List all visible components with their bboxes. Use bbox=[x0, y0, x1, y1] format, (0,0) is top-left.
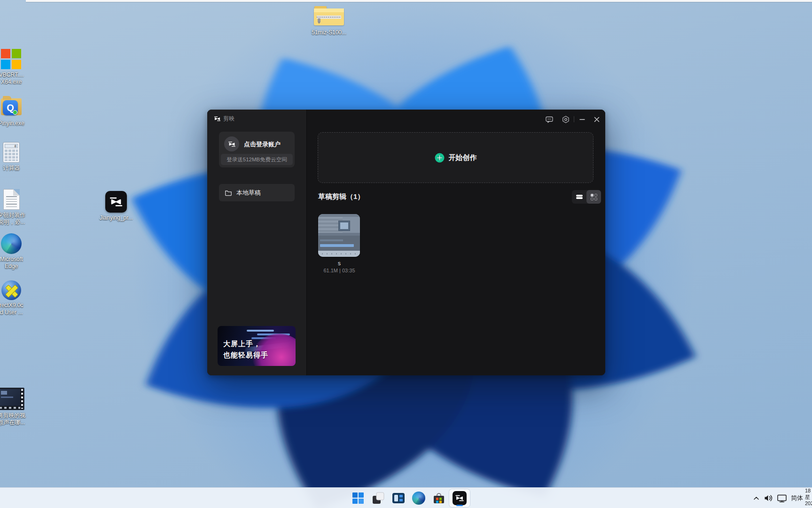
start-button[interactable] bbox=[351, 491, 366, 506]
local-drafts-label: 本地草稿 bbox=[236, 189, 261, 197]
draft-card[interactable]: s 61.1M | 03:35 bbox=[318, 214, 360, 273]
windows-start-icon bbox=[352, 492, 364, 504]
icon-label-line: 两剪映的视 bbox=[0, 412, 25, 419]
capcut-window: 剪映 点击登录账户 登录送512MB免费云空间 bbox=[207, 110, 605, 375]
desktop-icon-jianying[interactable]: Jianying_pr... bbox=[94, 191, 139, 222]
video-file-icon bbox=[0, 388, 24, 410]
icon-label-line: 夕朝封装作 bbox=[0, 212, 25, 219]
list-view-button[interactable] bbox=[572, 190, 586, 204]
login-promo-chip: 登录送512MB免费云空间 bbox=[221, 154, 293, 165]
microsoft-store-icon bbox=[432, 492, 445, 505]
grid-view-icon bbox=[591, 194, 597, 200]
app-title: 剪映 bbox=[223, 115, 234, 123]
view-toggle-group bbox=[572, 190, 601, 204]
capcut-avatar-icon bbox=[228, 140, 236, 148]
widgets-board-icon bbox=[392, 492, 405, 504]
avatar bbox=[224, 136, 239, 151]
ms-logo-icon bbox=[1, 49, 22, 70]
draft-thumbnail bbox=[318, 214, 360, 257]
capcut-icon bbox=[453, 491, 467, 505]
edge-icon bbox=[1, 233, 22, 254]
desktop-icon-zip-folder[interactable]: 51miz-S100... bbox=[306, 3, 351, 36]
tray-ime-language[interactable]: 简体 bbox=[789, 491, 804, 506]
plus-circle-icon bbox=[435, 153, 445, 163]
chevron-up-icon bbox=[753, 495, 760, 501]
desktop-icon-readme[interactable]: 夕朝封装作 说明，必... bbox=[0, 189, 34, 226]
desktop-icon-msvbcrt[interactable]: VBCRT.... X64.exe bbox=[0, 49, 34, 86]
capcut-logo-icon bbox=[214, 115, 221, 122]
login-card[interactable]: 点击登录账户 登录送512MB免费云空间 bbox=[219, 132, 295, 167]
list-view-icon bbox=[576, 194, 583, 200]
desktop-root: { "app": { "title": "剪映" }, "colors": { … bbox=[0, 0, 812, 508]
edge-taskbar-button[interactable] bbox=[411, 491, 426, 506]
promo-banner[interactable]: 大屏上手， 也能轻易得手 bbox=[218, 326, 296, 366]
icon-label: 51miz-S100... bbox=[312, 29, 346, 36]
tray-volume-button[interactable] bbox=[762, 491, 774, 506]
draft-meta: 61.1M | 03:35 bbox=[318, 268, 360, 273]
grid-view-button[interactable] bbox=[586, 190, 601, 204]
icon-label-line: 原声在哪... bbox=[0, 419, 25, 426]
folder-icon bbox=[225, 189, 232, 197]
icon-label-line: VBCRT.... bbox=[0, 71, 23, 79]
tray-clock[interactable]: 18 星 202 bbox=[805, 488, 812, 507]
ethernet-network-icon bbox=[776, 494, 788, 503]
icon-label-line: X64.exe bbox=[0, 79, 23, 86]
speaker-icon bbox=[764, 494, 773, 502]
draft-name: s bbox=[318, 260, 360, 267]
background-window-top-edge bbox=[26, 0, 812, 2]
icon-label-line: Pinyin.exe bbox=[0, 120, 24, 127]
clock-date: 202 bbox=[805, 500, 812, 507]
icon-label-line: Edge bbox=[0, 263, 23, 270]
capcut-icon bbox=[105, 191, 127, 213]
icon-label-line: rectX9.0c bbox=[0, 302, 23, 309]
sidebar-item-local-drafts[interactable]: 本地草稿 bbox=[219, 184, 295, 201]
edge-icon bbox=[412, 492, 425, 505]
taskbar: 简体 bbox=[0, 487, 812, 508]
tray-show-hidden-button[interactable] bbox=[751, 491, 761, 506]
desktop-icon-directx[interactable]: rectX9.0c d User ... bbox=[0, 280, 34, 316]
calculator-icon: 8 bbox=[3, 142, 20, 163]
start-create-button[interactable]: 开始创作 bbox=[318, 132, 593, 183]
drafts-section-header: 草稿剪辑（1） bbox=[318, 192, 364, 201]
icon-label-line: d User ... bbox=[0, 309, 23, 316]
icon-label-line: Microsoft bbox=[0, 256, 23, 263]
capcut-running-indicator bbox=[456, 505, 463, 506]
directx-icon bbox=[1, 280, 21, 300]
icon-label-line: 计算器 bbox=[3, 165, 20, 172]
tray-network-button[interactable] bbox=[775, 491, 789, 506]
desktop-icon-pinyin[interactable]: Q Pinyin.exe bbox=[0, 96, 34, 127]
qq-pinyin-icon: Q bbox=[0, 96, 23, 118]
icon-label-line: 说明，必... bbox=[0, 219, 25, 226]
widgets-button[interactable] bbox=[391, 491, 406, 506]
store-button[interactable] bbox=[431, 491, 446, 506]
banner-line1: 大屏上手， bbox=[223, 338, 268, 349]
desktop-icon-calculator[interactable]: 8 计算器 bbox=[0, 142, 34, 172]
login-title: 点击登录账户 bbox=[244, 140, 281, 149]
zip-folder-icon bbox=[312, 3, 346, 27]
icon-label: Jianying_pr... bbox=[100, 214, 133, 222]
clock-weekday: 星 bbox=[805, 494, 812, 501]
task-view-button[interactable] bbox=[371, 491, 386, 506]
start-create-label: 开始创作 bbox=[449, 153, 477, 162]
window-title: 剪映 bbox=[214, 115, 234, 123]
clock-time: 18 bbox=[805, 488, 812, 494]
banner-line2: 也能轻易得手 bbox=[223, 349, 268, 361]
task-view-icon bbox=[372, 492, 385, 505]
text-document-icon bbox=[3, 189, 20, 210]
desktop-icon-video[interactable]: 两剪映的视 原声在哪... bbox=[0, 388, 34, 426]
desktop-icon-edge[interactable]: Microsoft Edge bbox=[0, 233, 34, 270]
